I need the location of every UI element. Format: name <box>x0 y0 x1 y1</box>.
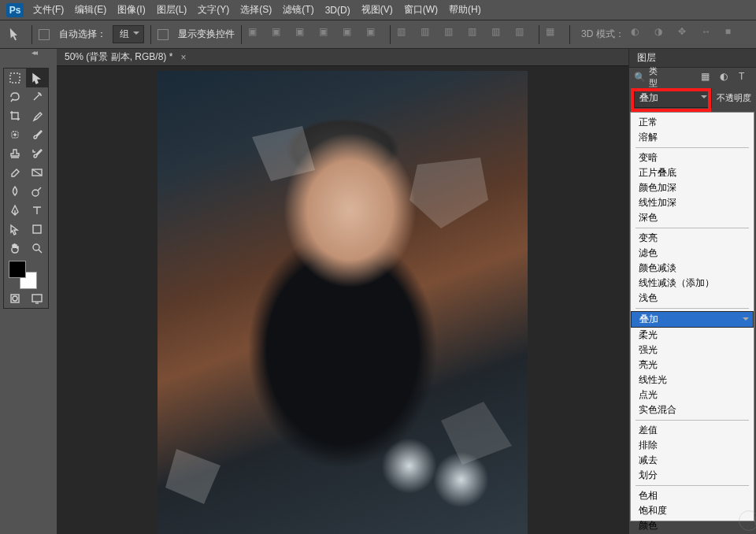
3d-orbit-icon[interactable]: ◐ <box>631 26 648 43</box>
show-transform-label: 显示变换控件 <box>178 28 235 41</box>
tool-screen-mode[interactable] <box>26 289 48 308</box>
filter-pixel-icon[interactable]: ▦ <box>701 71 713 83</box>
3d-roll-icon[interactable]: ◑ <box>654 26 672 43</box>
collapse-arrows-icon[interactable]: ◂◂ <box>32 48 36 57</box>
svg-point-5 <box>33 244 39 250</box>
tool-brush[interactable] <box>26 125 48 144</box>
menu-filter[interactable]: 滤镜(T) <box>283 3 313 17</box>
align-right-icon[interactable]: ▣ <box>366 26 384 43</box>
blend-option[interactable]: 饱和度 <box>631 503 754 518</box>
blend-option[interactable]: 正片叠底 <box>631 165 754 180</box>
blend-option[interactable]: 正常 <box>631 115 754 130</box>
align-bottom-icon[interactable]: ▣ <box>295 26 313 43</box>
3d-slide-icon[interactable]: ↔ <box>702 26 719 43</box>
blend-option[interactable]: 线性减淡（添加） <box>631 276 754 291</box>
menu-3d[interactable]: 3D(D) <box>325 5 350 16</box>
tool-move[interactable] <box>26 69 48 87</box>
blend-option[interactable]: 排除 <box>631 438 754 453</box>
menu-view[interactable]: 视图(V) <box>361 3 393 17</box>
distribute-2-icon[interactable]: ▥ <box>421 26 438 43</box>
3d-pan-icon[interactable]: ✥ <box>678 26 695 43</box>
auto-align-icon[interactable]: ▦ <box>546 26 563 43</box>
blend-option[interactable]: 颜色 <box>631 518 754 533</box>
filter-type-icon[interactable]: T <box>739 71 751 83</box>
align-left-icon[interactable]: ▣ <box>319 26 336 43</box>
tool-blur[interactable] <box>4 182 26 201</box>
distribute-6-icon[interactable]: ▥ <box>515 26 532 43</box>
menu-image[interactable]: 图像(I) <box>117 3 145 17</box>
search-icon: 🔍 <box>634 72 646 83</box>
tool-zoom[interactable] <box>26 239 48 258</box>
tool-type[interactable] <box>26 201 48 220</box>
blend-option[interactable]: 叠加 <box>631 311 754 328</box>
menu-layer[interactable]: 图层(L) <box>157 3 187 17</box>
blend-option[interactable]: 深色 <box>631 210 754 225</box>
menu-help[interactable]: 帮助(H) <box>449 3 481 17</box>
blend-mode-list[interactable]: 正常溶解变暗正片叠底颜色加深线性加深深色变亮滤色颜色减淡线性减淡（添加）浅色叠加… <box>630 112 754 521</box>
canvas-viewport[interactable] <box>57 66 628 534</box>
tool-dodge[interactable] <box>26 182 48 201</box>
tool-hand[interactable] <box>4 239 26 258</box>
blend-option[interactable]: 滤色 <box>631 246 754 261</box>
distribute-5-icon[interactable]: ▥ <box>491 26 509 43</box>
auto-select-checkbox[interactable] <box>39 29 50 40</box>
blend-option[interactable]: 划分 <box>631 468 754 483</box>
blend-option[interactable]: 溶解 <box>631 130 754 145</box>
blend-option[interactable]: 色相 <box>631 488 754 503</box>
align-center-icon[interactable]: ▣ <box>343 26 360 43</box>
color-swatches[interactable] <box>4 258 48 289</box>
menu-text[interactable]: 文字(Y) <box>198 3 229 17</box>
auto-select-dropdown[interactable]: 组 <box>113 25 144 43</box>
tool-marquee[interactable] <box>4 69 26 87</box>
align-top-icon[interactable]: ▣ <box>248 26 265 43</box>
blend-option[interactable]: 实色混合 <box>631 402 754 417</box>
tool-lasso[interactable] <box>4 87 26 106</box>
tool-eraser[interactable] <box>4 163 26 182</box>
filter-adjust-icon[interactable]: ◐ <box>720 71 732 83</box>
blend-option[interactable]: 变亮 <box>631 231 754 246</box>
blend-option[interactable]: 浅色 <box>631 291 754 306</box>
blend-option[interactable]: 颜色加深 <box>631 180 754 195</box>
menu-select[interactable]: 选择(S) <box>240 3 272 17</box>
layer-filter-type[interactable]: 类型 <box>649 65 658 89</box>
blend-option[interactable]: 颜色减淡 <box>631 261 754 276</box>
document-area: 50% (背景 副本, RGB/8) * × <box>57 49 628 534</box>
tool-eyedropper[interactable] <box>26 106 48 125</box>
menu-edit[interactable]: 编辑(E) <box>75 3 106 17</box>
tool-magic-wand[interactable] <box>26 87 48 106</box>
tool-path-select[interactable] <box>4 220 26 239</box>
tool-shape[interactable] <box>26 220 48 239</box>
blend-option[interactable]: 线性加深 <box>631 195 754 210</box>
tool-pen[interactable] <box>4 201 26 220</box>
blend-option[interactable]: 线性光 <box>631 373 754 388</box>
close-tab-icon[interactable]: × <box>180 52 186 63</box>
tool-healing[interactable] <box>4 125 26 144</box>
distribute-4-icon[interactable]: ▥ <box>468 26 485 43</box>
blend-option[interactable]: 柔光 <box>631 328 754 343</box>
blend-option[interactable]: 变暗 <box>631 150 754 165</box>
separator <box>390 25 391 44</box>
foreground-color-swatch[interactable] <box>9 261 26 278</box>
3d-zoom-icon[interactable]: ■ <box>725 26 743 43</box>
tool-stamp[interactable] <box>4 144 26 163</box>
blend-option[interactable]: 差值 <box>631 423 754 438</box>
tool-quick-mask[interactable] <box>4 289 26 308</box>
distribute-1-icon[interactable]: ▥ <box>397 26 414 43</box>
blend-option[interactable]: 亮光 <box>631 358 754 373</box>
menu-file[interactable]: 文件(F) <box>33 3 64 17</box>
tool-crop[interactable] <box>4 106 26 125</box>
blend-mode-dropdown[interactable]: 叠加 <box>634 88 712 108</box>
blend-option[interactable]: 减去 <box>631 453 754 468</box>
tool-gradient[interactable] <box>26 163 48 182</box>
menu-window[interactable]: 窗口(W) <box>404 3 438 17</box>
align-middle-icon[interactable]: ▣ <box>272 26 289 43</box>
svg-rect-4 <box>33 225 41 233</box>
auto-select-label: 自动选择： <box>59 28 106 41</box>
distribute-3-icon[interactable]: ▥ <box>444 26 461 43</box>
show-transform-checkbox[interactable] <box>158 29 169 40</box>
toolbox <box>3 68 49 309</box>
tool-history-brush[interactable] <box>26 144 48 163</box>
blend-option[interactable]: 点光 <box>631 388 754 402</box>
document-tab[interactable]: 50% (背景 副本, RGB/8) * <box>65 50 172 64</box>
blend-option[interactable]: 强光 <box>631 343 754 358</box>
